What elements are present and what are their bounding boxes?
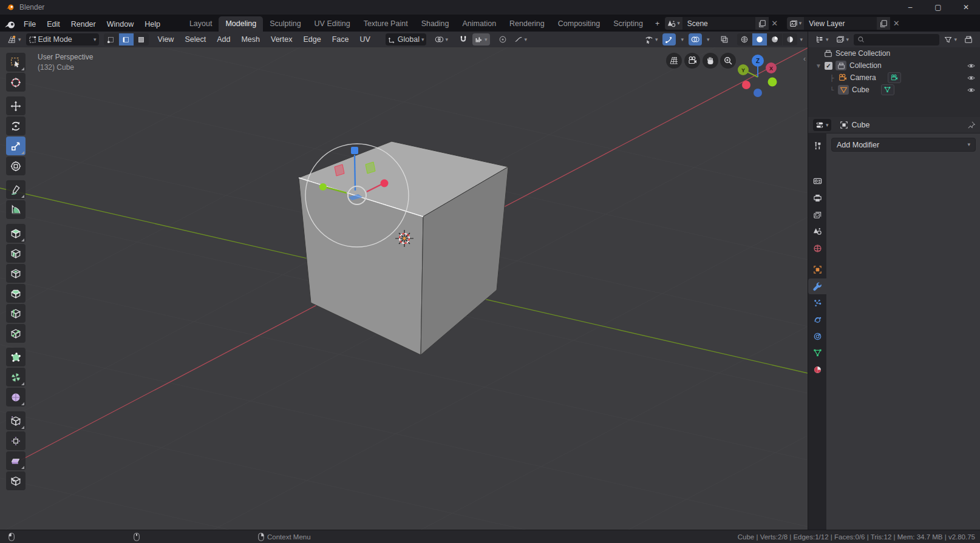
close-button[interactable]: ✕	[952, 0, 980, 15]
menu-select[interactable]: Select	[180, 35, 210, 44]
menu-edit[interactable]: Edit	[41, 17, 66, 32]
view-layer-name-field[interactable]: View Layer	[804, 17, 877, 30]
tool-rotate[interactable]	[6, 116, 26, 135]
tool-knife[interactable]	[6, 324, 26, 343]
snap-target-dropdown[interactable]: ▾	[472, 33, 490, 46]
tab-render[interactable]	[808, 173, 826, 189]
tool-add-cube[interactable]	[6, 224, 26, 243]
tool-measure[interactable]	[6, 200, 26, 219]
menu-edge[interactable]: Edge	[299, 35, 325, 44]
workspace-tab-sculpting[interactable]: Sculpting	[263, 16, 307, 32]
workspace-tab-compositing[interactable]: Compositing	[551, 16, 607, 32]
menu-face[interactable]: Face	[328, 35, 353, 44]
workspace-tab-texture-paint[interactable]: Texture Paint	[357, 16, 415, 32]
tab-particles[interactable]	[808, 295, 826, 311]
shading-material-button[interactable]	[767, 33, 782, 46]
viewport-3d[interactable]: Z Y X User Perspective (132) Cube ‹	[0, 47, 808, 530]
tool-bevel[interactable]	[6, 284, 26, 303]
tool-transform[interactable]	[6, 157, 26, 175]
tool-edge-slide[interactable]	[6, 411, 26, 430]
camera-view-button[interactable]	[684, 53, 700, 69]
editor-type-button[interactable]: ▾	[5, 33, 24, 46]
show-overlays-button[interactable]	[689, 33, 702, 46]
tab-constraints[interactable]	[808, 328, 826, 344]
properties-editor-type-button[interactable]: ▾	[813, 119, 831, 131]
pan-view-button[interactable]	[703, 53, 718, 69]
tab-view-layer[interactable]	[808, 207, 826, 223]
tab-scene[interactable]	[808, 223, 826, 239]
outliner-row-camera[interactable]: ├ Camera	[808, 72, 980, 84]
mesh-data-icon[interactable]	[881, 84, 894, 95]
zoom-view-button[interactable]	[720, 53, 736, 69]
edge-select-mode-button[interactable]	[119, 33, 134, 46]
scene-name-field[interactable]: Scene	[682, 17, 755, 30]
tool-cursor[interactable]	[6, 73, 26, 92]
tab-tool[interactable]	[808, 138, 826, 153]
outliner-filter-type-dropdown[interactable]: ▾	[834, 33, 852, 46]
workspace-tab-modeling[interactable]: Modeling	[219, 16, 263, 32]
menu-help[interactable]: Help	[139, 17, 166, 32]
tab-object[interactable]	[808, 261, 826, 277]
shading-wireframe-button[interactable]	[737, 33, 752, 46]
unlink-scene-button[interactable]: ✕	[769, 17, 781, 30]
hide-camera-eye-icon[interactable]	[967, 74, 976, 82]
outliner-display-mode-dropdown[interactable]: ▾	[813, 33, 831, 46]
outliner-row-scene-collection[interactable]: Scene Collection	[808, 47, 980, 59]
shading-solid-button[interactable]	[752, 33, 767, 46]
menu-file[interactable]: File	[18, 17, 41, 32]
hide-collection-eye-icon[interactable]	[967, 62, 976, 70]
toggle-xray-button[interactable]	[718, 33, 731, 46]
proportional-falloff-dropdown[interactable]: ▾	[512, 33, 530, 46]
minimize-button[interactable]: –	[896, 0, 924, 15]
menu-add[interactable]: Add	[213, 35, 234, 44]
menu-uv[interactable]: UV	[355, 35, 374, 44]
outliner-filter-dropdown[interactable]: ▾	[942, 33, 959, 46]
new-view-layer-button[interactable]	[877, 17, 890, 30]
object-visibility-dropdown[interactable]: ▾	[642, 33, 661, 46]
tool-shrink-fatten[interactable]	[6, 431, 26, 450]
gizmo-dropdown[interactable]: ▾	[678, 33, 686, 46]
new-scene-button[interactable]	[755, 17, 769, 30]
transform-orientation-dropdown[interactable]: Global ▾	[386, 33, 427, 46]
new-collection-button[interactable]	[962, 33, 975, 46]
pivot-point-dropdown[interactable]: ▾	[432, 33, 451, 46]
menu-render[interactable]: Render	[66, 17, 101, 32]
collection-checkbox[interactable]: ✓	[825, 62, 832, 70]
toggle-perspective-button[interactable]	[666, 53, 682, 69]
tool-inset-faces[interactable]	[6, 264, 26, 283]
tool-select-box[interactable]	[6, 53, 26, 72]
workspace-tab-scripting[interactable]: Scripting	[607, 16, 650, 32]
mode-dropdown[interactable]: Edit Mode ▾	[26, 33, 99, 46]
workspace-tab-animation[interactable]: Animation	[456, 16, 503, 32]
tool-shear[interactable]	[6, 451, 26, 470]
outliner-search-input[interactable]	[854, 34, 939, 46]
snap-toggle-button[interactable]	[457, 33, 470, 46]
workspace-tab-uv-editing[interactable]: UV Editing	[308, 16, 357, 32]
maximize-button[interactable]: ▢	[924, 0, 952, 15]
view-layer-icon[interactable]: ▾	[787, 17, 805, 30]
hide-cube-eye-icon[interactable]	[967, 86, 976, 94]
tab-output[interactable]	[808, 190, 826, 206]
tool-move[interactable]	[6, 96, 26, 115]
outliner-row-cube[interactable]: └ Cube	[808, 84, 980, 96]
tool-spin[interactable]	[6, 368, 26, 386]
workspace-tab-shading[interactable]: Shading	[415, 16, 456, 32]
workspace-tab-rendering[interactable]: Rendering	[503, 16, 551, 32]
tool-extrude-region[interactable]	[6, 244, 26, 263]
sidebar-collapse-arrow[interactable]: ‹	[803, 55, 806, 63]
tab-physics[interactable]	[808, 312, 826, 328]
add-modifier-dropdown[interactable]: Add Modifier ▾	[831, 138, 976, 152]
menu-view[interactable]: View	[154, 35, 179, 44]
camera-data-icon[interactable]	[888, 72, 901, 83]
tool-scale[interactable]	[6, 137, 26, 155]
scene-icon[interactable]: ▾	[665, 17, 682, 30]
vertex-select-mode-button[interactable]	[104, 33, 118, 46]
workspace-tab-layout[interactable]: Layout	[183, 16, 219, 32]
add-workspace-button[interactable]: +	[650, 16, 665, 32]
tool-annotate[interactable]	[6, 180, 26, 199]
remove-view-layer-button[interactable]: ✕	[890, 17, 902, 30]
proportional-editing-button[interactable]	[496, 33, 509, 46]
tab-material[interactable]	[808, 362, 826, 377]
tool-rip-region[interactable]	[6, 471, 26, 490]
tab-modifiers[interactable]	[808, 278, 826, 294]
